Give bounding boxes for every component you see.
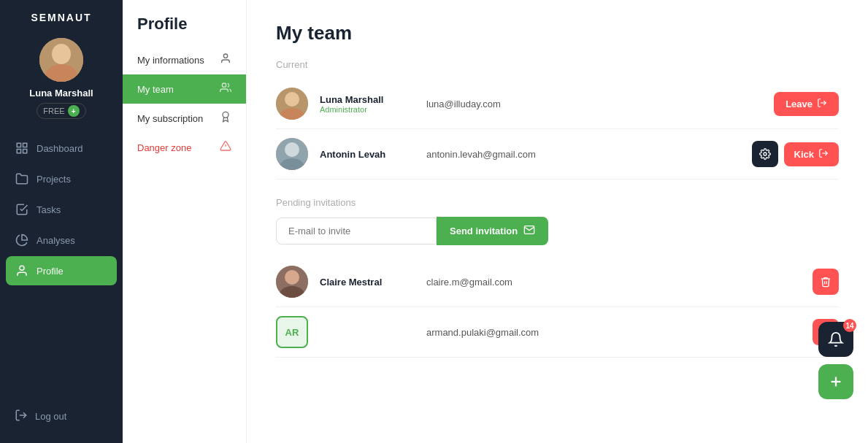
avatar (276, 266, 308, 298)
initials-text: AR (285, 327, 299, 338)
sidebar-item-analyses[interactable]: Analyses (6, 226, 117, 255)
sidebar-nav: Dashboard Projects Tasks (0, 134, 123, 401)
member-name: Antonin Levah (320, 149, 415, 160)
member-email: armand.pulaki@gmail.com (426, 327, 801, 338)
current-label: Current (276, 59, 839, 70)
sidebar-item-dashboard[interactable]: Dashboard (6, 134, 117, 163)
kick-label: Kick (794, 149, 814, 160)
my-subscription-label: My subscription (137, 113, 203, 124)
my-team-label: My team (137, 84, 174, 95)
leave-button[interactable]: Leave (774, 92, 839, 116)
page-title: My team (276, 22, 839, 45)
check-square-icon (15, 202, 29, 217)
kick-icon (818, 148, 829, 161)
send-icon (523, 224, 535, 238)
grid-icon (15, 141, 29, 155)
plan-badge: FREE + (37, 103, 85, 119)
member-info: Claire Mestral (320, 277, 415, 288)
svg-point-24 (285, 270, 299, 285)
danger-zone-label: Danger zone (137, 142, 191, 153)
profile-submenu: Profile My informations My team My subsc… (123, 0, 247, 443)
avatar (276, 88, 308, 120)
avatar-initials: AR (276, 316, 308, 348)
app-logo: SEMNAUT (31, 12, 91, 23)
sidebar-item-profile[interactable]: Profile (6, 256, 117, 285)
avatar (39, 38, 83, 82)
member-email: luna@illuday.com (426, 99, 762, 109)
member-name: Luna Marshall (320, 94, 415, 105)
sidebar-label-analyses: Analyses (37, 235, 75, 246)
svg-rect-3 (17, 143, 20, 147)
svg-point-1 (52, 44, 71, 64)
table-row: Claire Mestral claire.m@gmail.com (276, 257, 839, 307)
sidebar-label-tasks: Tasks (37, 204, 61, 215)
team-icon (220, 82, 231, 96)
logout-label: Log out (35, 411, 66, 422)
submenu-item-danger-zone[interactable]: Danger zone (123, 133, 246, 162)
notification-button[interactable]: 14 (818, 322, 853, 357)
table-row: Luna Marshall Administrator luna@illuday… (276, 79, 839, 129)
pending-invitations-section: Pending invitations Send invitation (276, 197, 839, 358)
sidebar-item-projects[interactable]: Projects (6, 164, 117, 193)
profile-submenu-title: Profile (123, 15, 246, 45)
leave-icon (817, 98, 827, 110)
sidebar-label-profile: Profile (37, 266, 64, 277)
logout-button[interactable]: Log out (0, 401, 123, 431)
user-icon (15, 263, 29, 278)
logout-icon (15, 409, 28, 424)
delete-invitation-button[interactable] (813, 269, 839, 295)
sidebar-label-projects: Projects (37, 174, 71, 185)
invite-email-input[interactable] (276, 217, 437, 244)
svg-rect-6 (23, 150, 27, 153)
submenu-item-my-team[interactable]: My team (123, 74, 246, 104)
svg-point-9 (223, 54, 227, 58)
folder-icon (15, 172, 29, 186)
member-actions: Leave (774, 92, 839, 116)
submenu-item-my-informations[interactable]: My informations (123, 45, 246, 74)
member-email: antonin.levah@gmail.com (426, 149, 740, 160)
member-name: Claire Mestral (320, 277, 415, 288)
avatar (276, 138, 308, 170)
member-info: Luna Marshall Administrator (320, 94, 415, 114)
svg-rect-5 (17, 150, 20, 153)
member-actions (813, 269, 839, 295)
my-informations-label: My informations (137, 55, 204, 66)
notification-badge: 14 (843, 319, 856, 332)
danger-icon (220, 140, 231, 155)
sidebar-item-tasks[interactable]: Tasks (6, 195, 117, 224)
invite-form: Send invitation (276, 217, 839, 245)
svg-point-15 (285, 92, 299, 107)
svg-rect-4 (23, 143, 27, 147)
member-role: Administrator (320, 105, 415, 114)
send-invitation-label: Send invitation (450, 226, 518, 236)
subscription-icon (220, 111, 231, 126)
table-row: Antonin Levah antonin.levah@gmail.com Ki… (276, 129, 839, 180)
pending-label: Pending invitations (276, 197, 839, 208)
svg-point-19 (285, 142, 299, 157)
settings-button[interactable] (752, 141, 778, 167)
kick-button[interactable]: Kick (784, 142, 839, 166)
plan-upgrade-icon[interactable]: + (68, 105, 80, 117)
member-actions: Kick (752, 141, 839, 167)
main-content: My team Current Luna Marshall Administra… (247, 0, 868, 443)
floating-buttons: 14 (818, 322, 853, 399)
svg-point-21 (764, 153, 767, 155)
svg-point-11 (223, 112, 228, 118)
user-info-icon (220, 53, 231, 67)
add-button[interactable] (818, 364, 853, 399)
svg-point-10 (222, 83, 226, 87)
svg-point-7 (20, 266, 24, 270)
sidebar: SEMNAUT Luna Marshall FREE + Dashboard (0, 0, 123, 443)
sidebar-username: Luna Marshall (29, 88, 93, 99)
sidebar-label-dashboard: Dashboard (37, 143, 83, 154)
member-email: claire.m@gmail.com (426, 277, 801, 288)
leave-label: Leave (786, 99, 813, 109)
table-row: AR armand.pulaki@gmail.com (276, 307, 839, 358)
send-invitation-button[interactable]: Send invitation (437, 217, 548, 245)
plan-label: FREE (43, 107, 64, 115)
member-info: Antonin Levah (320, 149, 415, 160)
pie-chart-icon (15, 233, 29, 247)
submenu-item-my-subscription[interactable]: My subscription (123, 104, 246, 133)
